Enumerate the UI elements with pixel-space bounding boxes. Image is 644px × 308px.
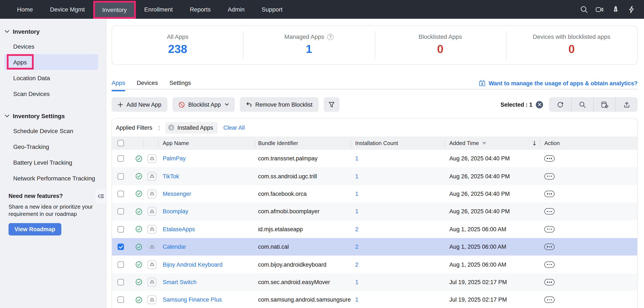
topnav-item-reports[interactable]: Reports (181, 0, 219, 19)
sidebar-item-battery-level-tracking[interactable]: Battery Level Tracking (0, 155, 106, 170)
rocket-icon[interactable] (611, 5, 620, 14)
app-name-link[interactable]: Boomplay (163, 208, 188, 215)
remove-filter-button[interactable] (168, 124, 174, 130)
filter-chip-installed-apps[interactable]: Installed Apps (166, 122, 218, 133)
sidebar-item-location-data[interactable]: Location Data (0, 70, 106, 86)
tab-settings[interactable]: Settings (169, 79, 191, 91)
topnav-item-inventory[interactable]: Inventory (93, 1, 136, 19)
clear-selection-button[interactable] (536, 101, 543, 108)
app-name-link[interactable]: PalmPay (163, 155, 186, 162)
table-row[interactable]: Bijoy Android Keyboard com.bijoy.android… (112, 256, 637, 273)
topnav-item-support[interactable]: Support (253, 0, 291, 19)
sidebar-group-header[interactable]: Inventory (0, 25, 106, 38)
sidebar-item-geo-tracking[interactable]: Geo-Tracking (0, 139, 106, 155)
row-action-button[interactable] (544, 155, 554, 162)
stat-label: Managed Apps (284, 33, 324, 40)
topnav-item-home[interactable]: Home (8, 0, 42, 19)
video-camera-icon[interactable] (596, 5, 604, 14)
android-app-icon (147, 154, 156, 163)
table-row[interactable]: TikTok com.ss.android.ugc.trill 1 Aug 26… (112, 168, 637, 185)
add-new-app-button[interactable]: Add New App (112, 97, 168, 112)
added-time: Jul 19, 2025 02:17 PM (449, 297, 507, 303)
filter-button[interactable] (324, 97, 339, 112)
installation-count-link[interactable]: 1 (355, 297, 358, 303)
sidebar-item-devices[interactable]: Devices (0, 38, 106, 54)
app-name-link[interactable]: Messenger (163, 191, 191, 197)
row-action-button[interactable] (544, 244, 554, 250)
search-icon[interactable] (580, 5, 588, 14)
sidebar-item-schedule-device-scan[interactable]: Schedule Device Scan (0, 123, 106, 139)
installation-count-link[interactable]: 1 (355, 208, 358, 215)
stat-value[interactable]: 0 (437, 43, 444, 56)
table-row[interactable]: Smart Switch com.sec.android.easyMover 1… (112, 273, 637, 291)
installation-count-link[interactable]: 1 (355, 279, 358, 285)
view-roadmap-button[interactable]: View Roadmap (8, 223, 61, 235)
header-added-time[interactable]: Added Time ↓ (445, 136, 540, 150)
lightning-bolt-icon[interactable] (627, 5, 636, 14)
sidebar-item-scan-devices[interactable]: Scan Devices (0, 86, 106, 101)
table-row[interactable]: PalmPay com.transsnet.palmpay 1 Aug 26, … (112, 150, 637, 168)
installation-count-link[interactable]: 1 (355, 191, 358, 197)
tab-apps[interactable]: Apps (112, 79, 125, 91)
stat-value[interactable]: 1 (306, 43, 312, 56)
sidebar-item-apps[interactable]: Apps (4, 54, 98, 70)
app-name-link[interactable]: TikTok (163, 173, 179, 179)
app-analytics-link[interactable]: Want to manage the usage of apps & obtai… (479, 80, 638, 87)
row-action-button[interactable] (544, 279, 554, 285)
topnav-item-admin[interactable]: Admin (219, 0, 253, 19)
row-action-button[interactable] (544, 208, 554, 215)
header-app-name[interactable]: App Name (158, 136, 255, 150)
installation-count-link[interactable]: 1 (355, 155, 358, 162)
header-installation-count[interactable]: Installation Count (350, 136, 445, 150)
row-checkbox[interactable] (118, 297, 124, 303)
row-checkbox[interactable] (118, 173, 124, 179)
app-name-link[interactable]: Samsung Finance Plus (163, 297, 222, 303)
row-checkbox[interactable] (118, 261, 124, 268)
installation-count-link[interactable]: 1 (355, 173, 358, 179)
row-action-button[interactable] (544, 297, 554, 303)
row-action-button[interactable] (544, 173, 554, 179)
sort-dropdown-icon[interactable] (482, 142, 486, 144)
table-row[interactable]: EtalaseApps id.mjs.etalaseapp 2 Aug 1, 2… (112, 220, 637, 238)
sidebar-item-network-performance-tracking[interactable]: Network Performance Tracking (0, 170, 106, 186)
remove-from-blocklist-button[interactable]: Remove from Blocklist (240, 97, 318, 112)
row-checkbox[interactable] (118, 191, 124, 197)
row-checkbox[interactable] (118, 226, 124, 232)
table-row[interactable]: Samsung Finance Plus com.samsung.android… (112, 291, 637, 308)
table-row[interactable]: Calendar com.nati.cal 2 Aug 1, 2025 06:0… (112, 238, 637, 256)
row-action-button[interactable] (544, 191, 554, 197)
stat-value[interactable]: 238 (168, 43, 187, 56)
blocklist-app-button[interactable]: Blocklist App (172, 97, 235, 112)
table-row[interactable]: Boomplay com.afmobi.boomplayer 1 Aug 26,… (112, 203, 637, 220)
app-name-link[interactable]: Bijoy Android Keyboard (163, 261, 222, 268)
export-button[interactable] (616, 97, 638, 112)
topnav-item-device-mgmt[interactable]: Device Mgmt (42, 0, 93, 19)
table-search-button[interactable] (571, 97, 593, 112)
row-checkbox[interactable] (118, 244, 124, 250)
stat-value[interactable]: 0 (568, 43, 575, 56)
app-name-link[interactable]: Calendar (163, 244, 186, 250)
sort-direction-icon[interactable]: ↓ (532, 139, 537, 147)
row-action-button[interactable] (544, 226, 554, 232)
topnav-item-enrollment[interactable]: Enrollment (136, 0, 181, 19)
app-window: HomeDevice MgmtInventoryEnrollmentReport… (0, 0, 644, 308)
row-checkbox[interactable] (118, 279, 124, 285)
row-checkbox[interactable] (118, 208, 124, 215)
header-bundle-identifier[interactable]: Bundle Identifier (255, 136, 350, 150)
row-checkbox[interactable] (118, 155, 124, 162)
app-name-link[interactable]: EtalaseApps (163, 226, 195, 232)
table-row[interactable]: Messenger com.facebook.orca 1 Aug 26, 20… (112, 185, 637, 203)
help-icon[interactable]: ? (327, 34, 334, 40)
sidebar-group-header[interactable]: Inventory Settings (0, 109, 106, 123)
installation-count-link[interactable]: 2 (355, 244, 358, 250)
app-name-link[interactable]: Smart Switch (163, 279, 196, 285)
column-settings-button[interactable] (593, 97, 616, 112)
sidebar-collapse-button[interactable] (96, 189, 106, 204)
row-action-button[interactable] (544, 261, 554, 268)
installation-count-link[interactable]: 2 (355, 261, 358, 268)
select-all-checkbox[interactable] (118, 140, 124, 146)
tab-devices[interactable]: Devices (137, 79, 158, 91)
refresh-button[interactable] (549, 97, 571, 112)
clear-all-filters-link[interactable]: Clear All (224, 124, 245, 131)
installation-count-link[interactable]: 2 (355, 226, 358, 232)
